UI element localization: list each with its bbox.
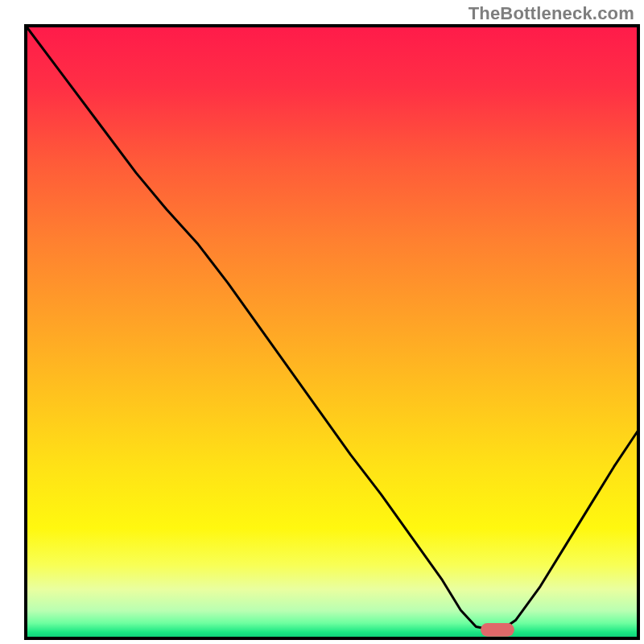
watermark-label: TheBottleneck.com	[469, 3, 634, 24]
gradient-background	[26, 26, 638, 638]
optimal-marker	[481, 623, 514, 637]
bottleneck-chart	[0, 0, 644, 644]
chart-container: TheBottleneck.com	[0, 0, 644, 644]
